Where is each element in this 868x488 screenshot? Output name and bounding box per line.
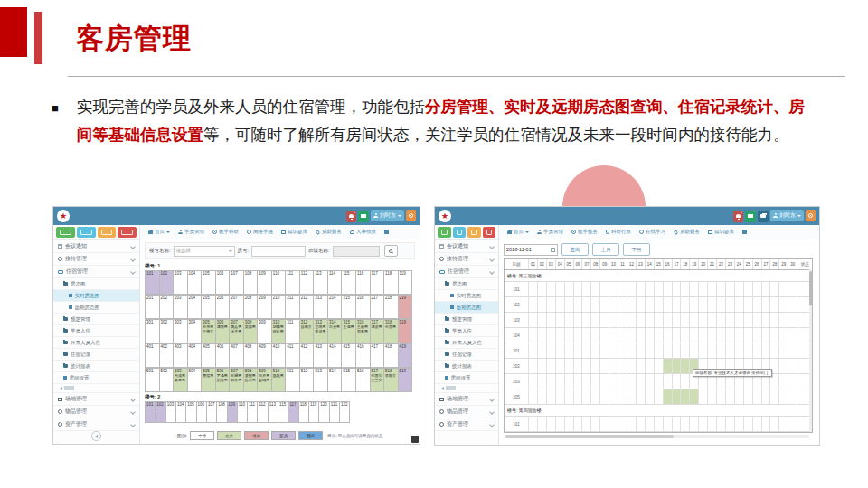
day-cell[interactable] bbox=[699, 328, 708, 343]
sidebar-item[interactable]: 外来人员入住 bbox=[53, 337, 139, 349]
tile-tasks[interactable] bbox=[98, 227, 117, 238]
day-cell[interactable] bbox=[547, 328, 556, 343]
user-menu-button[interactable]: 刘时东 bbox=[371, 210, 404, 221]
day-cell[interactable] bbox=[609, 389, 618, 404]
day-cell[interactable] bbox=[690, 297, 699, 312]
day-cell[interactable] bbox=[717, 282, 726, 296]
sidebar-item[interactable]: 统计报表 bbox=[53, 361, 139, 372]
day-cell[interactable] bbox=[538, 359, 547, 373]
room-cell[interactable]: 201 bbox=[145, 295, 160, 319]
day-cell[interactable] bbox=[538, 389, 547, 404]
day-cell[interactable] bbox=[574, 313, 583, 327]
day-cell[interactable] bbox=[618, 282, 627, 296]
vertical-scrollbar[interactable] bbox=[809, 269, 812, 432]
day-cell[interactable] bbox=[779, 343, 788, 358]
day-cell[interactable] bbox=[788, 374, 797, 389]
settings-button[interactable] bbox=[406, 210, 416, 221]
day-cell[interactable] bbox=[600, 374, 609, 389]
day-cell[interactable] bbox=[655, 297, 664, 312]
sidebar-item[interactable]: 接待管理 bbox=[53, 253, 139, 266]
day-cell[interactable] bbox=[779, 328, 788, 343]
sidebar-item[interactable]: 资产管理 bbox=[435, 418, 498, 431]
room-cell[interactable]: 217 bbox=[370, 295, 385, 319]
day-cell[interactable] bbox=[673, 359, 682, 373]
day-cell[interactable] bbox=[779, 359, 788, 373]
day-cell[interactable] bbox=[627, 389, 637, 404]
day-cell[interactable] bbox=[708, 313, 717, 327]
day-cell[interactable] bbox=[618, 417, 627, 431]
day-cell[interactable] bbox=[547, 417, 556, 431]
room-cell[interactable]: 103 bbox=[173, 270, 188, 295]
day-cell[interactable] bbox=[627, 313, 637, 327]
day-cell[interactable] bbox=[726, 328, 735, 343]
room-cell[interactable]: 414 bbox=[327, 343, 343, 368]
room-cell[interactable]: 402 bbox=[159, 343, 175, 368]
sidebar-item[interactable]: 学员入住 bbox=[435, 325, 498, 337]
day-cell[interactable] bbox=[574, 328, 583, 343]
day-cell[interactable] bbox=[708, 297, 717, 312]
day-cell[interactable] bbox=[646, 313, 655, 327]
day-cell[interactable] bbox=[717, 328, 726, 343]
day-cell[interactable] bbox=[744, 313, 753, 327]
day-cell[interactable] bbox=[699, 389, 708, 404]
room-cell[interactable]: 301 bbox=[145, 319, 160, 343]
sidebar-collapse[interactable] bbox=[53, 384, 139, 393]
day-cell[interactable] bbox=[681, 328, 690, 343]
day-cell[interactable] bbox=[618, 313, 627, 327]
day-cell[interactable] bbox=[770, 359, 779, 373]
day-cell[interactable] bbox=[779, 297, 788, 312]
room-number-input[interactable] bbox=[251, 246, 306, 257]
room-cell[interactable]: 510陈教男 bbox=[271, 368, 287, 392]
room-cell[interactable]: 110 bbox=[271, 270, 287, 295]
day-cell[interactable] bbox=[609, 359, 618, 373]
day-cell[interactable] bbox=[582, 359, 591, 373]
day-cell[interactable] bbox=[627, 282, 637, 296]
day-cell[interactable] bbox=[609, 313, 618, 327]
day-cell[interactable] bbox=[627, 359, 637, 373]
room-cell[interactable]: 404 bbox=[187, 343, 203, 368]
day-cell[interactable] bbox=[600, 417, 609, 431]
sidebar-item[interactable]: 房态图 bbox=[53, 278, 139, 290]
day-cell[interactable] bbox=[762, 313, 771, 327]
day-cell[interactable] bbox=[547, 389, 556, 404]
day-cell[interactable] bbox=[627, 417, 637, 431]
nav-item[interactable]: 学员管理 bbox=[178, 229, 204, 235]
day-cell[interactable] bbox=[565, 389, 574, 404]
sidebar-item[interactable]: 外来人员入住 bbox=[435, 337, 498, 349]
day-cell[interactable] bbox=[655, 343, 664, 358]
room-cell[interactable]: 102 bbox=[159, 270, 175, 295]
day-cell[interactable] bbox=[574, 417, 583, 431]
day-cell[interactable] bbox=[655, 374, 664, 389]
sidebar-item[interactable]: 预定管理 bbox=[53, 314, 139, 325]
day-cell[interactable] bbox=[770, 297, 779, 312]
day-cell[interactable] bbox=[717, 417, 726, 431]
room-cell[interactable]: 511 bbox=[285, 368, 300, 392]
day-cell[interactable] bbox=[762, 389, 771, 404]
day-cell[interactable] bbox=[735, 282, 744, 296]
day-cell[interactable] bbox=[556, 297, 565, 312]
room-cell[interactable]: 501 bbox=[145, 368, 160, 392]
room-cell[interactable]: 219 bbox=[398, 295, 413, 319]
day-cell[interactable] bbox=[582, 389, 591, 404]
day-cell[interactable] bbox=[770, 313, 779, 327]
day-cell[interactable] bbox=[529, 343, 538, 358]
room-cell[interactable]: 108 bbox=[243, 270, 259, 295]
day-cell[interactable] bbox=[770, 282, 779, 296]
day-cell[interactable] bbox=[655, 359, 664, 373]
day-cell[interactable] bbox=[646, 417, 655, 431]
day-cell[interactable] bbox=[556, 282, 565, 296]
room-cell[interactable]: 316王利男 郑春男 bbox=[355, 319, 371, 343]
day-cell[interactable] bbox=[690, 343, 699, 358]
day-cell[interactable] bbox=[582, 328, 591, 343]
day-cell[interactable] bbox=[726, 343, 735, 358]
day-cell[interactable] bbox=[788, 313, 797, 327]
day-cell[interactable] bbox=[618, 374, 627, 389]
room-cell[interactable]: 118 bbox=[383, 270, 399, 295]
day-cell[interactable] bbox=[726, 313, 735, 327]
day-cell[interactable] bbox=[699, 313, 708, 327]
room-cell[interactable]: 504 bbox=[187, 368, 203, 392]
day-cell[interactable] bbox=[646, 297, 655, 312]
tile-tasks[interactable] bbox=[467, 227, 481, 238]
day-cell[interactable] bbox=[529, 359, 538, 373]
settings-button[interactable] bbox=[806, 210, 816, 221]
